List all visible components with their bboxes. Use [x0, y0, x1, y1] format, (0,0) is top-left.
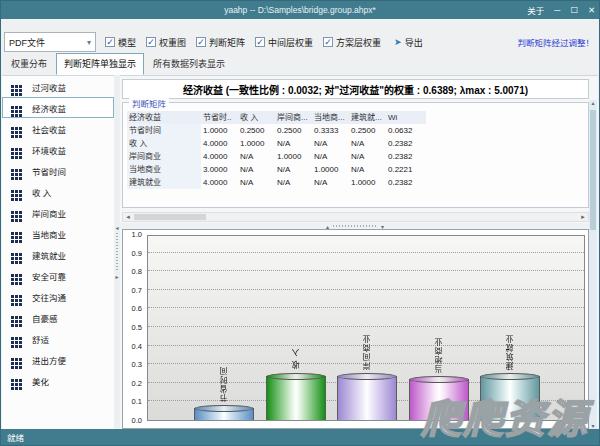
matrix-cell[interactable]: N/A: [238, 150, 275, 163]
sidebar-item-14[interactable]: 美化: [2, 370, 114, 391]
sidebar-item-10[interactable]: 交往沟通: [2, 286, 114, 307]
matrix-cell[interactable]: N/A: [349, 137, 386, 150]
scroll-up-icon[interactable]: ▴: [591, 100, 594, 107]
bar-2[interactable]: [337, 376, 397, 420]
matrix-cell[interactable]: 1.0000: [312, 163, 349, 176]
matrix-cell[interactable]: 0.2500: [275, 124, 312, 137]
matrix-cell[interactable]: N/A: [238, 176, 275, 189]
horizontal-scroll-thumb[interactable]: [134, 214, 206, 220]
matrix-cell[interactable]: 0.2382: [386, 137, 426, 150]
matrix-cell[interactable]: N/A: [312, 176, 349, 189]
sidebar-item-3[interactable]: 环境收益: [2, 139, 114, 160]
scroll-right-icon[interactable]: ▸: [578, 213, 588, 221]
about-button[interactable]: 关于: [527, 4, 544, 16]
checkbox-icon: ✓: [146, 37, 156, 47]
toolbar-checkbox-3[interactable]: ✓中间层权重: [255, 36, 313, 49]
matrix-cell[interactable]: 0.2382: [386, 150, 426, 163]
sidebar-item-4[interactable]: 节省时间: [2, 160, 114, 181]
matrix-cell[interactable]: N/A: [238, 163, 275, 176]
sidebar-item-5[interactable]: 收 入: [2, 181, 114, 202]
sidebar-item-label: 建筑就业: [28, 249, 66, 261]
sidebar-item-12[interactable]: 舒适: [2, 328, 114, 349]
matrix-cell[interactable]: 4.0000: [201, 137, 238, 150]
matrix-grid-icon: [11, 211, 14, 214]
matrix-grid-icon: [11, 274, 14, 277]
checkbox-icon: ✓: [105, 37, 115, 47]
matrix-cell[interactable]: N/A: [312, 137, 349, 150]
matrix-grid-icon: [11, 190, 14, 193]
matrix-cell[interactable]: N/A: [275, 137, 312, 150]
sidebar-item-0[interactable]: 过河收益: [2, 76, 114, 97]
matrix-cell[interactable]: N/A: [312, 150, 349, 163]
gridline: [148, 270, 584, 271]
sidebar-item-1[interactable]: 经济收益: [2, 97, 114, 118]
matrix-grid-icon: [11, 127, 14, 130]
bar-3[interactable]: [409, 379, 469, 420]
matrix-cell[interactable]: 0.2500: [238, 124, 275, 137]
title-bar[interactable]: yaahp -- D:\Samples\bridge.group.ahpx* 关…: [1, 1, 599, 19]
chevron-down-icon: ▾: [87, 38, 91, 47]
matrix-header-title: 经济收益 (一致性比例 : 0.0032; 对"过河收益"的权重 : 0.638…: [122, 79, 589, 99]
sidebar-item-8[interactable]: 建筑就业: [2, 244, 114, 265]
table-horizontal-scrollbar[interactable]: ◂ ▸: [122, 212, 589, 222]
matrix-cell[interactable]: 4.0000: [201, 176, 238, 189]
matrix-cell[interactable]: N/A: [275, 163, 312, 176]
matrix-row-label: 岸间商业: [127, 150, 201, 163]
matrix-cell[interactable]: 0.2382: [386, 176, 426, 189]
matrix-cell[interactable]: 0.0632: [386, 124, 426, 137]
matrix-cell[interactable]: N/A: [349, 163, 386, 176]
export-icon: ➤: [394, 37, 402, 47]
matrix-row-label: 当地商业: [127, 163, 201, 176]
checkbox-label: 权重图: [159, 36, 186, 49]
matrix-cell[interactable]: 0.2500: [349, 124, 386, 137]
matrix-col-header: Wi: [386, 111, 426, 124]
main-vertical-scrollbar[interactable]: ▴ ▾: [589, 100, 597, 430]
sidebar-item-label: 自豪感: [28, 312, 58, 324]
maximize-button[interactable]: ☐: [570, 5, 578, 15]
toolbar-checkbox-2[interactable]: ✓判断矩阵: [196, 36, 245, 49]
matrix-cell[interactable]: 0.3333: [312, 124, 349, 137]
tab-bar: 权重分布判断矩阵单独显示所有数据列表显示: [3, 57, 233, 75]
matrix-adjusted-notice[interactable]: 判断矩阵经过调整！: [517, 36, 596, 48]
matrix-cell[interactable]: 4.0000: [201, 150, 238, 163]
toolbar-checkbox-0[interactable]: ✓模型: [105, 36, 136, 49]
matrix-col-header: 岸间商...: [275, 111, 312, 124]
sidebar-item-13[interactable]: 进出方便: [2, 349, 114, 370]
minimize-button[interactable]: ─: [554, 5, 560, 15]
export-button[interactable]: ➤ 导出: [390, 34, 427, 51]
sidebar-item-2[interactable]: 社会收益: [2, 118, 114, 139]
toolbar-checkboxes: ✓模型✓权重图✓判断矩阵✓中间层权重✓方案层权重: [105, 36, 381, 49]
bar-1[interactable]: [266, 376, 326, 420]
window-title: yaahp -- D:\Samples\bridge.group.ahpx*: [1, 5, 599, 15]
sidebar-item-6[interactable]: 岸间商业: [2, 202, 114, 223]
criteria-sidebar: 过河收益经济收益社会收益环境收益节省时间收 入岸间商业当地商业建筑就业安全可靠交…: [2, 75, 114, 429]
bar-top-cap: [409, 376, 469, 383]
bar-4[interactable]: [480, 376, 540, 420]
matrix-cell[interactable]: N/A: [275, 176, 312, 189]
matrix-cell[interactable]: 1.0000: [275, 150, 312, 163]
export-format-select[interactable]: PDF文件 ▾: [4, 32, 96, 52]
sidebar-item-11[interactable]: 自豪感: [2, 307, 114, 328]
toolbar-checkbox-4[interactable]: ✓方案层权重: [323, 36, 381, 49]
judgment-matrix-table[interactable]: 经济收益节省时..收 入岸间商...当地商...建筑就...Wi节省时间1.00…: [127, 111, 426, 189]
sidebar-item-7[interactable]: 当地商业: [2, 223, 114, 244]
matrix-cell[interactable]: 0.2221: [386, 163, 426, 176]
matrix-cell[interactable]: N/A: [349, 150, 386, 163]
matrix-grid-icon: [11, 232, 14, 235]
y-tick-label: 0.2: [132, 379, 142, 388]
tab-1[interactable]: 判断矩阵单独显示: [56, 53, 144, 75]
tab-0[interactable]: 权重分布: [3, 53, 55, 75]
tab-2[interactable]: 所有数据列表显示: [145, 53, 233, 75]
scroll-left-icon[interactable]: ◂: [123, 213, 133, 221]
sidebar-item-9[interactable]: 安全可靠: [2, 265, 114, 286]
matrix-cell[interactable]: 3.0000: [201, 163, 238, 176]
matrix-cell[interactable]: 1.0000: [238, 137, 275, 150]
sidebar-item-label: 环境收益: [28, 144, 66, 156]
matrix-cell[interactable]: 1.0000: [349, 176, 386, 189]
close-button[interactable]: ✕: [588, 5, 595, 15]
toolbar-checkbox-1[interactable]: ✓权重图: [146, 36, 186, 49]
bar-0[interactable]: [194, 408, 254, 420]
checkbox-icon: ✓: [255, 37, 265, 47]
vertical-scroll-thumb[interactable]: [590, 110, 596, 230]
matrix-cell[interactable]: 1.0000: [201, 124, 238, 137]
